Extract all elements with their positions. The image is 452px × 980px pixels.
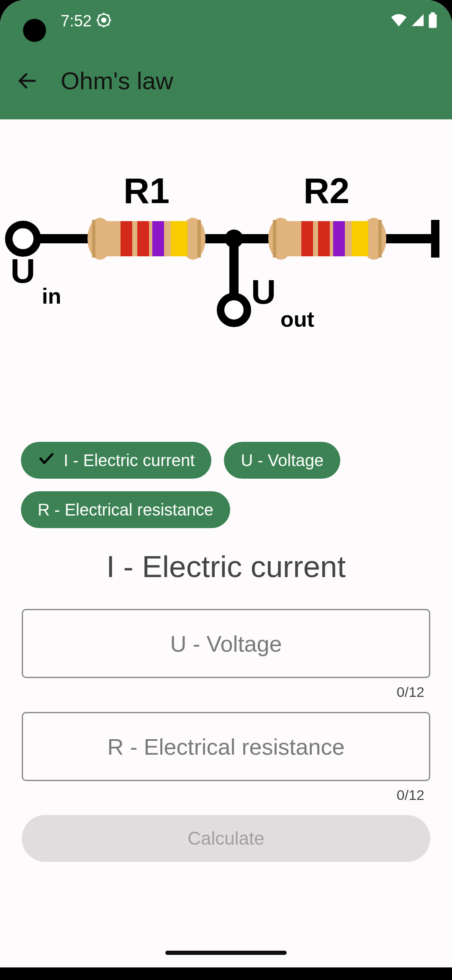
svg-rect-10 (431, 12, 434, 14)
svg-rect-19 (121, 221, 132, 256)
wifi-icon (390, 13, 407, 29)
chip-label: R - Electrical resistance (38, 500, 213, 519)
svg-point-1 (102, 18, 106, 22)
page-title: Ohm's law (61, 67, 173, 95)
battery-icon (428, 12, 437, 30)
svg-rect-36 (378, 220, 382, 258)
voltage-input[interactable]: U - Voltage (22, 609, 430, 678)
chip-electric-current[interactable]: I - Electric current (21, 442, 211, 479)
svg-line-9 (108, 15, 109, 16)
uin-label-suffix: in (42, 284, 61, 308)
back-button[interactable] (13, 66, 42, 95)
arrow-left-icon (16, 70, 39, 92)
resistance-char-count: 0/12 (0, 787, 424, 803)
svg-point-14 (9, 224, 37, 253)
calculate-label: Calculate (187, 828, 264, 849)
svg-point-27 (221, 297, 247, 323)
nav-handle[interactable] (165, 951, 287, 955)
calculate-button[interactable]: Calculate (22, 815, 430, 862)
svg-rect-31 (301, 221, 313, 256)
resistance-input-group: R - Electrical resistance (0, 712, 452, 781)
svg-rect-15 (431, 220, 439, 258)
uout-label-u: U (251, 273, 276, 311)
svg-rect-32 (318, 221, 330, 256)
svg-rect-21 (152, 221, 164, 256)
gear-icon (96, 12, 112, 30)
circuit-svg: R1 R2 U (0, 144, 452, 362)
camera-hole (23, 19, 46, 42)
chip-label: U - Voltage (241, 451, 324, 470)
chip-group: I - Electric current U - Voltage R - Ele… (0, 442, 452, 528)
r2-label: R2 (303, 170, 349, 211)
signal-icon (411, 13, 425, 29)
svg-rect-11 (429, 14, 437, 28)
uout-label-suffix: out (280, 307, 314, 331)
svg-rect-23 (92, 220, 95, 258)
content-area: R1 R2 U (0, 119, 452, 862)
circuit-diagram: R1 R2 U (0, 119, 452, 442)
chip-label: I - Electric current (64, 451, 195, 470)
status-time: 7:52 (61, 12, 92, 30)
voltage-input-group: U - Voltage (0, 609, 452, 678)
resistance-input[interactable]: R - Electrical resistance (22, 712, 430, 781)
r1-label: R1 (123, 170, 170, 211)
svg-rect-35 (273, 220, 276, 258)
svg-rect-22 (171, 221, 187, 256)
status-bar: 7:52 (0, 0, 452, 42)
svg-line-6 (98, 15, 100, 16)
voltage-char-count: 0/12 (0, 684, 424, 700)
svg-line-7 (108, 24, 109, 26)
svg-rect-33 (333, 221, 345, 256)
svg-rect-20 (137, 221, 149, 256)
app-bar: Ohm's law (0, 42, 452, 119)
svg-rect-34 (352, 221, 368, 256)
svg-rect-24 (198, 220, 201, 258)
resistance-input-placeholder: R - Electrical resistance (107, 734, 344, 760)
chip-voltage[interactable]: U - Voltage (224, 442, 340, 479)
chip-electrical-resistance[interactable]: R - Electrical resistance (21, 491, 230, 528)
check-icon (38, 450, 55, 471)
uin-label-u: U (10, 252, 35, 290)
svg-line-8 (98, 24, 100, 26)
voltage-input-placeholder: U - Voltage (170, 631, 282, 657)
selected-mode-title: I - Electric current (0, 549, 452, 584)
